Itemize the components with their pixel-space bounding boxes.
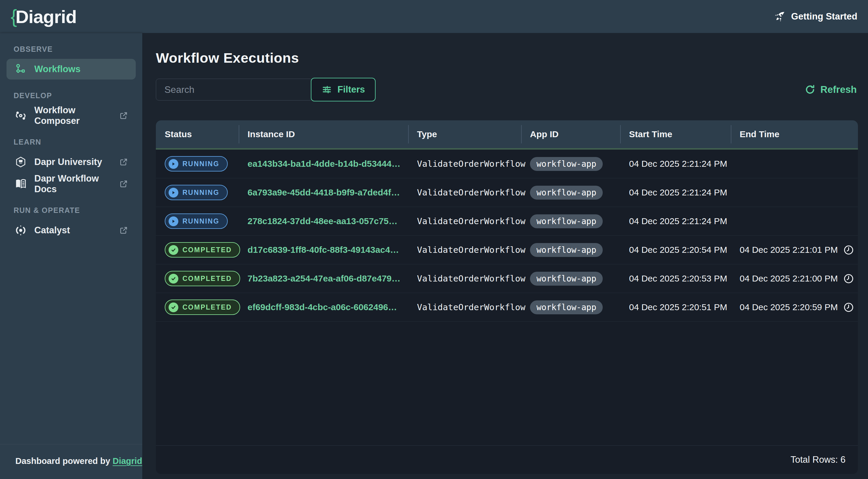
- filters-button[interactable]: Filters: [311, 78, 376, 101]
- clock-icon: [843, 245, 854, 255]
- status-badge: RUNNING: [165, 156, 228, 171]
- type-cell: ValidateOrderWorkflow: [408, 245, 521, 255]
- table-header-row: Status Instance ID Type App ID Start Tim…: [156, 120, 858, 148]
- workflow-type-text: ValidateOrderWorkflow: [417, 274, 526, 284]
- instance-id-cell: d17c6839-1ff8-40fc-88f3-49143ac47202: [239, 245, 408, 255]
- docs-book-icon: [14, 178, 27, 190]
- logo-text: Diagrid: [16, 6, 76, 27]
- start-time-cell: 04 Dec 2025 2:21:24 PM: [620, 188, 731, 197]
- table-row: RUNNING 278c1824-37dd-48ee-aa13-057c7525…: [156, 207, 858, 236]
- external-link-icon: [119, 111, 128, 120]
- instance-id-cell: ef69dcff-983d-4cbc-a06c-606249699b50: [239, 302, 408, 312]
- check-icon: [171, 305, 176, 310]
- instance-id-link[interactable]: 278c1824-37dd-48ee-aa13-057c7525a1ef: [248, 216, 401, 226]
- status-badge: COMPLETED: [165, 271, 240, 286]
- start-time-text: 04 Dec 2025 2:21:24 PM: [629, 188, 727, 197]
- sidebar-item-workflow-composer[interactable]: Workflow Composer: [6, 105, 136, 126]
- instance-id-cell: 278c1824-37dd-48ee-aa13-057c7525a1ef: [239, 216, 408, 226]
- column-header-status[interactable]: Status: [156, 120, 239, 148]
- start-time-cell: 04 Dec 2025 2:20:54 PM: [620, 245, 731, 255]
- getting-started-button[interactable]: Getting Started: [774, 11, 857, 23]
- top-bar: { Diagrid Getting Started: [0, 0, 868, 33]
- diagrid-link[interactable]: Diagrid: [113, 456, 142, 466]
- instance-id-link[interactable]: ea143b34-ba1d-4dde-b14b-d53444862…: [248, 159, 401, 169]
- table-row: RUNNING 6a793a9e-45dd-4418-b9f9-a7ded4f1…: [156, 178, 858, 207]
- type-cell: ValidateOrderWorkflow: [408, 188, 521, 197]
- sidebar-item-label: Workflows: [34, 64, 81, 74]
- sidebar-section-run-operate: RUN & OPERATE: [13, 206, 142, 215]
- table-row: COMPLETED 7b23a823-a254-47ea-af06-d87e47…: [156, 264, 858, 293]
- column-header-app-id[interactable]: App ID: [521, 120, 620, 148]
- diagrid-logo[interactable]: { Diagrid: [11, 6, 76, 28]
- column-header-start-time[interactable]: Start Time: [620, 120, 731, 148]
- status-cell: COMPLETED: [156, 299, 239, 315]
- app-id-pill: workflow-app: [530, 157, 603, 171]
- workflow-type-text: ValidateOrderWorkflow: [417, 159, 526, 169]
- start-time-text: 04 Dec 2025 2:21:24 PM: [629, 216, 727, 226]
- instance-id-cell: 7b23a823-a254-47ea-af06-d87e479d9c8d: [239, 274, 408, 284]
- start-time-cell: 04 Dec 2025 2:21:24 PM: [620, 159, 731, 169]
- external-link-icon: [119, 226, 128, 235]
- start-time-cell: 04 Dec 2025 2:20:51 PM: [620, 302, 731, 312]
- app-id-cell: workflow-app: [521, 214, 620, 228]
- status-badge-icon: [168, 217, 178, 226]
- workflows-icon: [14, 63, 27, 76]
- play-icon: [171, 190, 176, 195]
- status-badge-label: COMPLETED: [183, 304, 232, 311]
- getting-started-label: Getting Started: [791, 11, 857, 22]
- status-cell: RUNNING: [156, 214, 239, 229]
- controls-row: Filters Refresh: [156, 78, 858, 101]
- status-badge-icon: [168, 274, 178, 284]
- instance-id-link[interactable]: d17c6839-1ff8-40fc-88f3-49143ac47202: [248, 245, 401, 255]
- refresh-button[interactable]: Refresh: [804, 84, 857, 95]
- sidebar-section-observe: OBSERVE: [13, 45, 142, 54]
- refresh-icon: [804, 84, 816, 95]
- status-badge: RUNNING: [165, 185, 228, 200]
- clock-icon: [843, 302, 854, 313]
- workflow-composer-icon: [14, 109, 27, 122]
- status-badge-icon: [168, 188, 178, 197]
- column-header-end-time[interactable]: End Time: [731, 120, 858, 148]
- sidebar-item-workflows[interactable]: Workflows: [6, 59, 136, 79]
- column-header-instance-id[interactable]: Instance ID: [239, 120, 408, 148]
- sidebar-item-dapr-university[interactable]: Dapr University: [6, 152, 136, 172]
- sidebar-item-dapr-workflow-docs[interactable]: Dapr Workflow Docs: [6, 173, 136, 194]
- end-time-text: 04 Dec 2025 2:21:00 PM: [740, 274, 838, 284]
- instance-id-link[interactable]: 7b23a823-a254-47ea-af06-d87e479d9c8d: [248, 274, 401, 284]
- powered-by-text: Dashboard powered by: [16, 456, 110, 466]
- catalyst-icon: [14, 224, 27, 237]
- column-header-type[interactable]: Type: [408, 120, 521, 148]
- app-root: { Diagrid Getting Started OBSERVE: [0, 0, 868, 479]
- check-icon: [171, 248, 176, 253]
- start-time-cell: 04 Dec 2025 2:20:53 PM: [620, 274, 731, 284]
- play-icon: [171, 219, 176, 224]
- table-footer: Total Rows: 6: [156, 445, 858, 474]
- sidebar-section-learn: LEARN: [13, 138, 142, 146]
- status-badge-label: RUNNING: [183, 189, 219, 197]
- workflow-type-text: ValidateOrderWorkflow: [417, 188, 526, 197]
- status-cell: COMPLETED: [156, 242, 239, 258]
- app-id-cell: workflow-app: [521, 186, 620, 199]
- sidebar-item-label: Dapr University: [34, 157, 102, 167]
- start-time-text: 04 Dec 2025 2:20:53 PM: [629, 274, 727, 284]
- sidebar-item-label: Dapr Workflow Docs: [34, 173, 112, 195]
- total-rows-label: Total Rows: 6: [790, 454, 845, 465]
- sidebar-item-catalyst[interactable]: Catalyst: [6, 220, 136, 241]
- workflow-executions-table: Status Instance ID Type App ID Start Tim…: [156, 120, 858, 474]
- search-input[interactable]: [156, 78, 313, 100]
- status-badge: COMPLETED: [165, 299, 240, 315]
- app-id-cell: workflow-app: [521, 300, 620, 314]
- app-id-pill: workflow-app: [530, 243, 603, 257]
- workflow-type-text: ValidateOrderWorkflow: [417, 216, 526, 226]
- instance-id-link[interactable]: 6a793a9e-45dd-4418-b9f9-a7ded4f10b71: [248, 188, 401, 197]
- app-id-pill: workflow-app: [530, 186, 603, 199]
- filters-sliders-icon: [321, 84, 332, 95]
- type-cell: ValidateOrderWorkflow: [408, 216, 521, 226]
- sidebar-section-develop: DEVELOP: [13, 91, 142, 100]
- instance-id-link[interactable]: ef69dcff-983d-4cbc-a06c-606249699b50: [248, 302, 401, 312]
- app-id-cell: workflow-app: [521, 272, 620, 286]
- end-time-cell: 04 Dec 2025 2:21:01 PM: [731, 245, 858, 255]
- status-cell: COMPLETED: [156, 271, 239, 286]
- instance-id-cell: ea143b34-ba1d-4dde-b14b-d53444862…: [239, 159, 408, 169]
- clock-icon: [843, 273, 854, 284]
